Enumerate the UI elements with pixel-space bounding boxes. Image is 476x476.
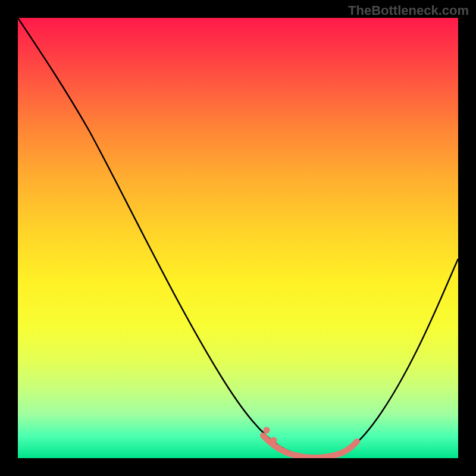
- gradient-background: [18, 18, 458, 458]
- watermark-text: TheBottleneck.com: [348, 3, 469, 18]
- plot-area: [18, 18, 458, 458]
